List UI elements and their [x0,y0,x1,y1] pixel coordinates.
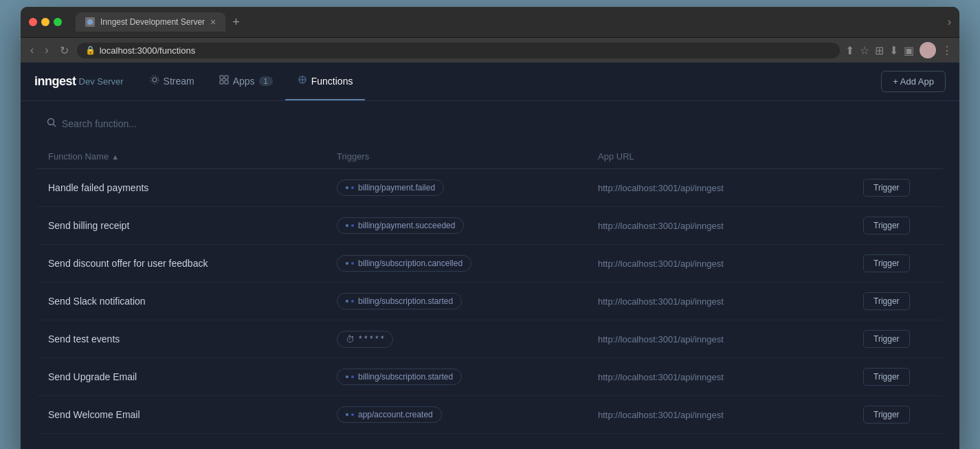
download-icon[interactable]: ⬇ [889,44,898,57]
address-bar[interactable]: 🔒 localhost:3000/functions [77,43,840,58]
svg-point-1 [153,78,157,82]
function-name: Handle failed payments [48,182,337,193]
app-url: http://localhost:3001/api/inngest [598,334,863,344]
functions-icon [298,75,307,87]
nav-tab-stream[interactable]: Stream [137,63,207,100]
nav-tabs: Stream Apps 1 Functions [137,63,366,100]
back-button[interactable]: ‹ [27,43,36,58]
function-name: Send test events [48,333,337,344]
column-header-triggers: Triggers [337,151,598,162]
menu-icon[interactable]: ⋮ [942,44,953,57]
add-app-button[interactable]: + Add App [881,71,946,92]
trigger-badge: billing/subscription.started [337,369,462,385]
trigger-cell: billing/subscription.started [337,293,598,309]
trigger-button[interactable]: Trigger [863,217,910,234]
tab-favicon [85,17,95,27]
trigger-event-icon [346,300,354,303]
trigger-button[interactable]: Trigger [863,254,910,272]
sort-icon[interactable]: ▲ [111,153,119,161]
app-url: http://localhost:3001/api/inngest [598,183,863,193]
svg-rect-6 [225,80,228,84]
trigger-button[interactable]: Trigger [863,292,910,310]
browser-toolbar: ‹ › ↻ 🔒 localhost:3000/functions ⬆ ☆ ⊞ ⬇… [21,38,959,63]
functions-table: Function Name ▲ Triggers App URL Handle … [37,146,943,434]
app-logo: inngest [34,74,76,89]
tab-close-button[interactable]: × [210,17,216,28]
trigger-value: app/account.created [358,410,433,419]
trigger-button[interactable]: Trigger [863,330,910,348]
table-row[interactable]: Send Upgrade Email billing/subscription.… [37,358,943,396]
search-bar[interactable]: Search function... [37,112,943,135]
table-row[interactable]: Send Slack notification billing/subscrip… [37,283,943,320]
action-cell: Trigger [863,254,932,272]
app-url: http://localhost:3001/api/inngest [598,410,863,420]
maximize-button[interactable] [54,18,62,26]
column-triggers-label: Triggers [337,151,369,162]
column-url-label: App URL [598,151,634,162]
close-button[interactable] [29,18,37,26]
extensions-icon[interactable]: ⊞ [875,44,884,57]
url-display: localhost:3000/functions [100,45,195,56]
dev-server-label: Dev Server [79,76,124,87]
column-header-name: Function Name ▲ [48,151,337,162]
tab-title: Inngest Development Server [100,17,205,27]
nav-tab-apps[interactable]: Apps 1 [207,63,285,100]
app-header: inngest Dev Server Stream Apps 1 [21,63,959,101]
column-header-url: App URL [598,151,932,162]
table-row[interactable]: Handle failed payments billing/payment.f… [37,169,943,207]
trigger-event-icon [346,262,354,265]
action-cell: Trigger [863,179,932,197]
svg-point-8 [48,119,54,125]
user-avatar[interactable] [920,42,936,58]
table-row[interactable]: Send billing receipt billing/payment.suc… [37,207,943,245]
forward-button[interactable]: › [42,43,51,58]
table-body: Handle failed payments billing/payment.f… [37,169,943,434]
svg-rect-4 [225,76,228,79]
table-row[interactable]: Send test events ⏱ * * * * * http://loca… [37,320,943,358]
table-row[interactable]: Send discount offer for user feedback bi… [37,245,943,283]
trigger-cell: billing/subscription.cancelled [337,255,598,272]
reload-button[interactable]: ↻ [57,43,71,58]
new-tab-button[interactable]: + [228,15,244,30]
split-view-icon[interactable]: ▣ [904,44,914,57]
trigger-cron-badge: ⏱ * * * * * [337,331,393,348]
trigger-event-icon [346,186,354,189]
action-cell: Trigger [863,406,932,424]
share-icon[interactable]: ⬆ [845,44,854,57]
trigger-cell: billing/payment.succeeded [337,217,598,234]
trigger-button[interactable]: Trigger [863,179,910,197]
trigger-event-icon [346,413,354,416]
action-cell: Trigger [863,368,932,386]
trigger-event-icon [346,224,354,227]
trigger-button[interactable]: Trigger [863,368,910,386]
trigger-badge: billing/subscription.cancelled [337,255,471,272]
function-name: Send Welcome Email [48,409,337,420]
app-url: http://localhost:3001/api/inngest [598,259,863,269]
active-browser-tab[interactable]: Inngest Development Server × [76,12,225,32]
trigger-cron-value: * * * * * [359,334,384,344]
function-name: Send discount offer for user feedback [48,258,337,269]
table-header: Function Name ▲ Triggers App URL [37,146,943,169]
search-icon [47,118,56,129]
trigger-cell: billing/subscription.started [337,369,598,385]
nav-tab-functions[interactable]: Functions [285,63,366,100]
app-content: inngest Dev Server Stream Apps 1 [21,63,959,449]
browser-window: Inngest Development Server × + › ‹ › ↻ 🔒… [21,7,959,449]
app-url: http://localhost:3001/api/inngest [598,221,863,231]
minimize-button[interactable] [41,18,49,26]
trigger-value: billing/subscription.started [358,296,453,306]
browser-titlebar: Inngest Development Server × + › [21,7,959,38]
trigger-cell: billing/payment.failed [337,179,598,196]
function-name: Send billing receipt [48,220,337,231]
svg-point-0 [87,19,93,25]
main-content: Search function... Function Name ▲ Trigg… [21,101,959,445]
bookmark-icon[interactable]: ☆ [860,44,869,57]
header-right: + Add App [881,71,946,92]
functions-label: Functions [311,76,353,87]
apps-label: Apps [233,76,255,87]
table-row[interactable]: Send Welcome Email app/account.created h… [37,396,943,434]
trigger-button[interactable]: Trigger [863,406,910,424]
stream-label: Stream [164,76,194,87]
tabs-more-button[interactable]: › [948,16,951,28]
search-placeholder: Search function... [62,118,137,129]
